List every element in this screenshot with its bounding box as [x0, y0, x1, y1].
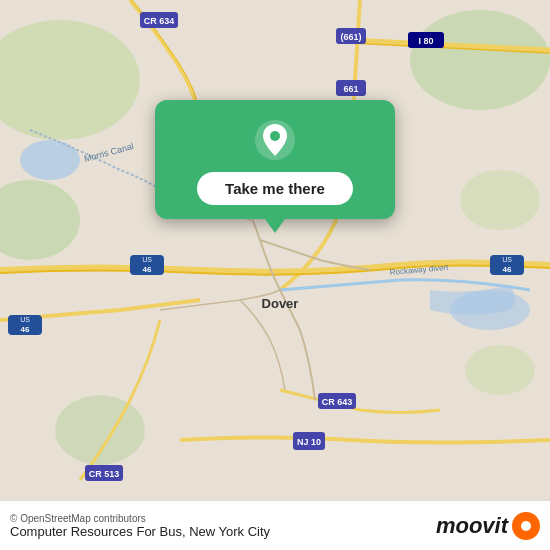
svg-text:(661): (661): [340, 32, 361, 42]
svg-point-6: [55, 395, 145, 465]
svg-text:CR 634: CR 634: [144, 16, 175, 26]
copyright-text: © OpenStreetMap contributors: [10, 513, 270, 524]
bottom-bar-info: © OpenStreetMap contributors Computer Re…: [10, 513, 270, 539]
svg-text:46: 46: [143, 265, 152, 274]
svg-text:46: 46: [21, 325, 30, 334]
destination-text: Computer Resources For Bus, New York Cit…: [10, 524, 270, 539]
svg-text:US: US: [502, 256, 512, 263]
location-pin-icon: [253, 118, 297, 162]
svg-text:US: US: [20, 316, 30, 323]
popup-card[interactable]: Take me there: [155, 100, 395, 219]
svg-point-3: [460, 170, 540, 230]
svg-text:CR 643: CR 643: [322, 397, 353, 407]
svg-point-5: [465, 345, 535, 395]
moovit-dot-icon: [512, 512, 540, 540]
svg-text:US: US: [142, 256, 152, 263]
moovit-dot-inner: [521, 521, 531, 531]
svg-text:661: 661: [343, 84, 358, 94]
svg-text:46: 46: [503, 265, 512, 274]
bottom-bar: © OpenStreetMap contributors Computer Re…: [0, 500, 550, 550]
svg-text:I 80: I 80: [418, 36, 433, 46]
svg-text:CR 513: CR 513: [89, 469, 120, 479]
svg-point-36: [270, 131, 280, 141]
moovit-text: moovit: [436, 513, 508, 539]
svg-text:NJ 10: NJ 10: [297, 437, 321, 447]
take-me-there-button[interactable]: Take me there: [197, 172, 353, 205]
svg-text:Dover: Dover: [262, 296, 299, 311]
svg-point-7: [20, 140, 80, 180]
map-container: I 80 CR 634 (661) 661 US 46 US 46 US 46 …: [0, 0, 550, 500]
svg-point-2: [410, 10, 550, 110]
moovit-logo: moovit: [436, 512, 540, 540]
